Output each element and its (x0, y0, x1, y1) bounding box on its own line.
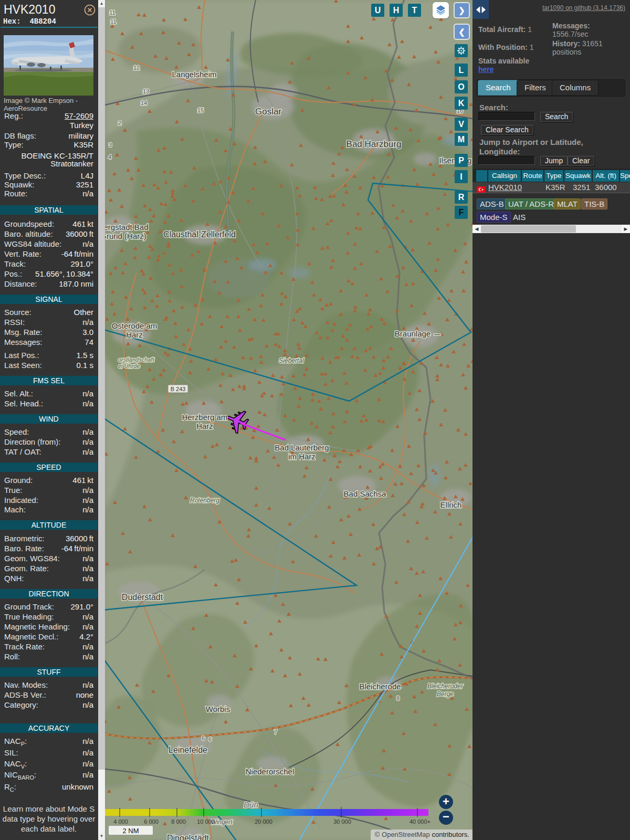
svg-text:Clausthal-Zellerfeld: Clausthal-Zellerfeld (163, 230, 236, 239)
svg-text:3: 3 (109, 142, 112, 148)
svg-text:11: 11 (110, 18, 116, 25)
svg-text:Harz: Harz (196, 422, 213, 430)
svg-text:Ellrich: Ellrich (440, 500, 462, 509)
svg-text:Osterode am: Osterode am (112, 321, 158, 330)
svg-text:8 000: 8 000 (171, 818, 186, 825)
svg-text:Dün: Dün (244, 800, 258, 809)
svg-text:Goslar: Goslar (255, 107, 281, 117)
svg-text:ei Ührde: ei Ührde (118, 363, 140, 369)
svg-text:13: 13 (143, 88, 149, 94)
svg-text:30 000: 30 000 (333, 818, 351, 825)
svg-text:Bad Lauterberg: Bad Lauterberg (275, 443, 329, 452)
svg-text:—: — (434, 331, 440, 338)
svg-text:15: 15 (197, 107, 204, 113)
svg-text:Siebertal: Siebertal (279, 357, 304, 364)
svg-text:Harz: Harz (126, 330, 143, 339)
svg-text:Dingelstädt: Dingelstädt (167, 834, 209, 840)
svg-text:Langelsheim: Langelsheim (172, 70, 216, 79)
svg-text:Bad Harzburg: Bad Harzburg (346, 139, 402, 149)
svg-text:B 243: B 243 (171, 386, 186, 392)
svg-text:6 000: 6 000 (144, 818, 159, 825)
svg-text:6: 6 (208, 736, 212, 742)
svg-text:Bleicheroder: Bleicheroder (427, 682, 463, 690)
svg-text:Herzberg am: Herzberg am (182, 413, 228, 422)
svg-text:6: 6 (202, 735, 205, 741)
svg-text:Berge: Berge (437, 690, 454, 698)
svg-text:20 000: 20 000 (255, 818, 272, 825)
svg-text:4: 4 (108, 154, 111, 160)
svg-text:Leinefelde: Leinefelde (169, 746, 207, 754)
svg-text:12: 12 (133, 65, 140, 71)
svg-text:10 000: 10 000 (197, 818, 215, 825)
svg-text:2: 2 (118, 120, 121, 126)
svg-text:Grund (Harz): Grund (Harz) (105, 232, 146, 240)
svg-text:Duderstadt: Duderstadt (122, 593, 163, 602)
svg-text:4 000: 4 000 (113, 818, 128, 825)
svg-text:Bad Sachsa: Bad Sachsa (344, 489, 387, 498)
svg-text:7: 7 (274, 729, 277, 735)
svg-text:im Harz: im Harz (288, 452, 316, 461)
svg-text:orstlandschaft: orstlandschaft (118, 356, 154, 363)
svg-text:8: 8 (396, 695, 400, 701)
svg-text:Rotenberg: Rotenberg (190, 497, 219, 504)
svg-text:11: 11 (109, 9, 115, 16)
svg-text:Bergstadt Bad: Bergstadt Bad (105, 223, 149, 232)
svg-text:Niederorschel: Niederorschel (246, 767, 295, 776)
svg-text:40 000+: 40 000+ (410, 818, 430, 825)
svg-text:Worbis: Worbis (206, 705, 230, 713)
svg-text:Braunlage: Braunlage (395, 329, 430, 338)
svg-text:14: 14 (141, 100, 147, 106)
svg-text:Bleicherode: Bleicherode (359, 682, 401, 691)
